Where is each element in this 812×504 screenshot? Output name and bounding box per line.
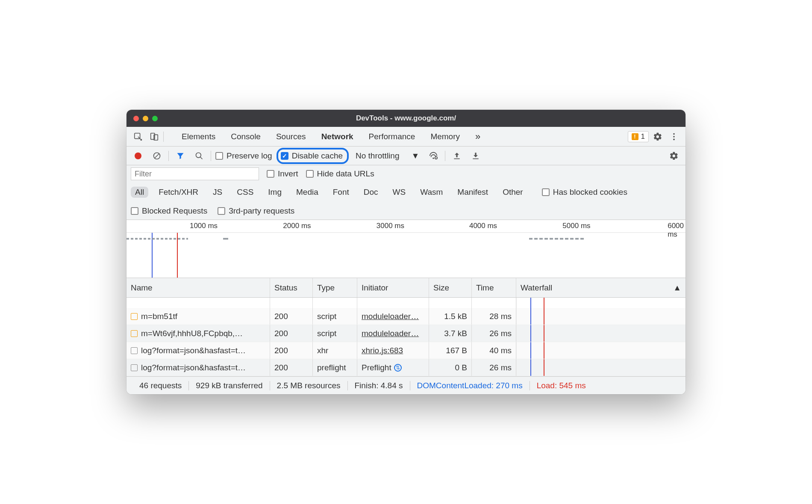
request-initiator[interactable]: Preflight⇅	[362, 363, 402, 372]
third-party-checkbox[interactable]: 3rd-party requests	[218, 206, 294, 216]
type-filter-all[interactable]: All	[131, 187, 148, 198]
has-blocked-cookies-checkbox[interactable]: Has blocked cookies	[542, 188, 627, 197]
tab-console[interactable]: Console	[223, 127, 268, 147]
panel-tabs: Elements Console Sources Network Perform…	[174, 127, 488, 147]
request-type: script	[313, 308, 357, 325]
window-controls	[127, 116, 158, 121]
request-time: 28 ms	[472, 308, 516, 325]
record-button[interactable]	[131, 149, 145, 163]
svg-point-11	[435, 156, 438, 159]
status-load: Load: 545 ms	[530, 381, 593, 390]
preserve-log-checkbox[interactable]: Preserve log	[215, 151, 272, 161]
kebab-menu-icon[interactable]	[667, 129, 681, 144]
checkbox-icon	[267, 170, 274, 178]
minimize-window-button[interactable]	[143, 116, 148, 121]
issues-count: 1	[641, 132, 645, 141]
network-conditions-icon[interactable]	[426, 149, 441, 163]
hide-data-urls-checkbox[interactable]: Hide data URLs	[306, 169, 374, 179]
table-row[interactable]: log?format=json&hasfast=t… 200 xhr xhrio…	[127, 342, 685, 359]
script-icon	[131, 313, 138, 320]
request-filters-row2: Blocked Requests 3rd-party requests	[127, 202, 685, 220]
filter-icon[interactable]	[173, 149, 188, 163]
tab-network[interactable]: Network	[314, 127, 361, 147]
request-size: 1.5 kB	[429, 308, 472, 325]
panel-settings-icon[interactable]	[667, 149, 681, 163]
activity-marker	[127, 238, 188, 240]
more-tabs-button[interactable]: »	[468, 127, 488, 147]
checkbox-icon	[281, 152, 288, 160]
divider	[163, 132, 164, 142]
tab-label: Network	[321, 132, 353, 141]
request-status: 200	[270, 342, 313, 359]
timeline-ruler: 1000 ms 2000 ms 3000 ms 4000 ms 5000 ms …	[127, 220, 685, 233]
col-type[interactable]: Type	[313, 278, 357, 297]
activity-marker	[223, 238, 228, 240]
request-initiator[interactable]: xhrio.js:683	[362, 346, 403, 355]
table-row[interactable]: log?format=json&hasfast=t… 200 preflight…	[127, 359, 685, 376]
main-tabbar: Elements Console Sources Network Perform…	[127, 127, 685, 147]
device-toolbar-icon[interactable]	[147, 129, 162, 144]
type-filter-ws[interactable]: WS	[388, 187, 410, 198]
script-icon	[131, 330, 138, 337]
blocked-requests-label: Blocked Requests	[142, 206, 207, 216]
svg-rect-13	[473, 158, 479, 159]
table-row[interactable]: m=Wt6vjf,hhhU8,FCpbqb,… 200 script modul…	[127, 325, 685, 342]
type-filter-fetch-xhr[interactable]: Fetch/XHR	[154, 187, 203, 198]
clear-button[interactable]	[150, 149, 164, 163]
overview-timeline[interactable]: 1000 ms 2000 ms 3000 ms 4000 ms 5000 ms …	[127, 220, 685, 278]
type-filter-img[interactable]: Img	[264, 187, 286, 198]
svg-point-8	[196, 152, 201, 158]
request-type: preflight	[313, 359, 357, 376]
checkbox-icon	[218, 207, 225, 215]
table-row[interactable]: m=bm51tf 200 script moduleloader… 1.5 kB…	[127, 308, 685, 325]
type-filter-js[interactable]: JS	[209, 187, 227, 198]
tab-memory[interactable]: Memory	[423, 127, 468, 147]
chevron-down-icon: ▼	[411, 151, 419, 161]
invert-checkbox[interactable]: Invert	[267, 169, 298, 179]
checkbox-icon	[542, 188, 550, 196]
col-time[interactable]: Time	[472, 278, 516, 297]
inspect-element-icon[interactable]	[131, 129, 145, 144]
blocked-requests-checkbox[interactable]: Blocked Requests	[131, 206, 207, 216]
type-filter-css[interactable]: CSS	[232, 187, 258, 198]
tab-label: Memory	[430, 132, 460, 141]
upload-har-icon[interactable]	[450, 149, 464, 163]
type-filter-other[interactable]: Other	[498, 187, 527, 198]
zoom-window-button[interactable]	[152, 116, 158, 121]
svg-point-4	[673, 136, 675, 138]
request-initiator[interactable]: moduleloader…	[362, 329, 419, 338]
col-initiator[interactable]: Initiator	[357, 278, 429, 297]
checkbox-icon	[306, 170, 314, 178]
type-filter-font[interactable]: Font	[329, 187, 353, 198]
settings-icon[interactable]	[650, 129, 665, 144]
record-icon	[135, 152, 141, 159]
svg-line-7	[155, 154, 159, 158]
third-party-label: 3rd-party requests	[229, 206, 294, 216]
status-bar: 46 requests 929 kB transferred 2.5 MB re…	[127, 376, 685, 394]
col-size[interactable]: Size	[429, 278, 472, 297]
issues-badge[interactable]: ! 1	[628, 131, 649, 142]
titlebar: DevTools - www.google.com/	[127, 110, 685, 127]
close-window-button[interactable]	[133, 116, 139, 121]
tab-performance[interactable]: Performance	[361, 127, 423, 147]
col-status[interactable]: Status	[270, 278, 313, 297]
preflight-icon: ⇅	[394, 364, 402, 372]
tab-sources[interactable]: Sources	[268, 127, 314, 147]
type-filter-wasm[interactable]: Wasm	[416, 187, 447, 198]
filter-input[interactable]	[131, 167, 259, 180]
disable-cache-checkbox[interactable]: Disable cache	[281, 151, 343, 161]
download-har-icon[interactable]	[468, 149, 483, 163]
throttling-dropdown[interactable]: No throttling ▼	[353, 151, 422, 161]
type-filter-doc[interactable]: Doc	[359, 187, 382, 198]
hide-data-urls-label: Hide data URLs	[317, 169, 374, 179]
type-filter-media[interactable]: Media	[292, 187, 323, 198]
type-filter-manifest[interactable]: Manifest	[453, 187, 492, 198]
tab-elements[interactable]: Elements	[174, 127, 223, 147]
col-name[interactable]: Name	[127, 278, 270, 297]
search-icon[interactable]	[192, 149, 206, 163]
col-waterfall[interactable]: Waterfall ▲	[516, 278, 685, 297]
request-initiator[interactable]: moduleloader…	[362, 312, 419, 321]
network-toolbar: Preserve log Disable cache No throttling…	[127, 147, 685, 165]
divider	[211, 151, 211, 161]
status-dcl: DOMContentLoaded: 270 ms	[410, 381, 530, 390]
